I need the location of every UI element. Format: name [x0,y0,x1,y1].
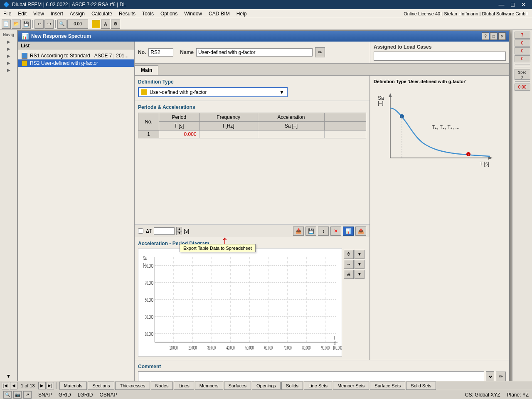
menu-results[interactable]: Results [116,10,139,17]
maximize-button[interactable]: □ [509,1,517,8]
table-save-button[interactable]: 💾 [305,227,316,236]
status-tab-surfaces[interactable]: Surfaces [224,382,251,390]
menu-calculate[interactable]: Calculate [88,10,116,17]
status-tab-line-sets[interactable]: Line Sets [304,382,332,390]
nav-chevron-2[interactable]: ▶ [6,46,11,52]
bottom-btn-3[interactable]: ↗ [23,391,32,399]
redo-button[interactable]: ↪ [44,20,54,29]
status-tab-solid-sets[interactable]: Solid Sets [406,382,436,390]
undo-button[interactable]: ↩ [34,20,44,29]
title-bar-controls[interactable]: — □ ✕ [496,1,529,8]
right-panel-nav4[interactable]: 0 [515,55,530,62]
tab-content: Definition Type User-defined with g-fact… [135,76,509,360]
coord-system: CS: Global XYZ [465,392,500,398]
status-tab-members[interactable]: Members [195,382,223,390]
nav-bottom-chevron[interactable]: ▼ [6,373,11,379]
menu-window[interactable]: Window [181,10,205,17]
dialog-maximize-button[interactable]: □ [490,32,498,40]
status-tab-lines[interactable]: Lines [174,382,194,390]
name-input[interactable] [196,48,313,57]
dialog-title-controls[interactable]: ? □ ✕ [482,32,506,40]
row1-accel[interactable] [258,131,324,138]
menu-cad-bim[interactable]: CAD-BIM [205,10,233,17]
delta-t-input[interactable] [154,227,175,235]
right-panel-val[interactable]: 0.00 [515,84,530,91]
status-tab-member-sets[interactable]: Member Sets [333,382,369,390]
menu-insert[interactable]: Insert [47,10,66,17]
menu-edit[interactable]: Edit [15,10,30,17]
save-button[interactable]: 💾 [22,20,31,29]
status-tab-thicknesses[interactable]: Thicknesses [115,382,150,390]
chart-resize-button[interactable]: ↔ [344,260,354,269]
dialog-close-button[interactable]: ✕ [498,32,506,40]
main-panel: No. Name ✏ Assigned to Load Cases [135,42,509,381]
no-input[interactable] [148,48,173,57]
status-tab-sections[interactable]: Sections [88,382,114,390]
color-selector[interactable] [92,20,100,28]
table-import-button[interactable]: 📥 [293,227,304,236]
menu-file[interactable]: File [0,10,15,17]
table-delete-row-button[interactable]: ✕ [330,227,341,236]
list-item-rs2[interactable]: RS2 User-defined with g-factor [18,59,134,67]
bottom-btn-1[interactable]: 🔍 [3,391,12,399]
menu-options[interactable]: Options [157,10,181,17]
chart-clock-button[interactable]: ⏱ [344,250,354,259]
lgrid-label[interactable]: LGRID [78,392,93,398]
assigned-input[interactable] [374,52,506,61]
nav-next-button[interactable]: ▶ [38,382,46,389]
delta-t-checkbox[interactable] [138,228,143,234]
menu-view[interactable]: View [30,10,47,17]
table-export-spreadsheet-button[interactable]: 📊 [343,227,354,236]
right-panel-spec[interactable]: Specy [515,69,530,80]
snap-label[interactable]: SNAP [38,392,52,398]
list-item-rs1[interactable]: RS1 According to Standard - ASCE 7 | 201… [18,52,134,59]
close-button[interactable]: ✕ [519,1,529,8]
row1-period[interactable]: 0.000 [159,131,200,138]
status-tab-materials[interactable]: Materials [59,382,87,390]
settings-button[interactable]: ⚙ [111,20,120,29]
comment-input[interactable] [138,371,484,381]
status-tab-solids[interactable]: Solids [281,382,303,390]
menu-tools[interactable]: Tools [139,10,157,17]
table-sort-button[interactable]: ↕ [318,227,329,236]
comment-dropdown[interactable]: ▼ [486,371,494,381]
nav-chevron-3[interactable]: ▶ [6,53,11,59]
new-button[interactable]: 📄 [2,20,11,29]
right-panel-nav3[interactable]: 0 [515,47,530,54]
bottom-btn-2[interactable]: 📷 [13,391,22,399]
menu-help[interactable]: Help [233,10,250,17]
grid-label[interactable]: GRID [59,392,71,398]
chart-expand-button[interactable]: ▼ [355,250,365,259]
minimize-button[interactable]: — [496,1,507,8]
status-tab-openings[interactable]: Openings [252,382,281,390]
def-type-dropdown[interactable]: User-defined with g-factor ▼ [138,87,288,97]
open-button[interactable]: 📂 [12,20,21,29]
table-export-button2[interactable]: 📤 [355,227,366,236]
chart-resize2-button[interactable]: ▼ [355,260,365,269]
chart-print-button[interactable]: 🖨 [344,270,354,279]
nav-chevron-5[interactable]: ▶ [6,67,11,73]
name-edit-button[interactable]: ✏ [315,47,325,57]
nav-last-button[interactable]: ▶| [47,382,54,389]
delta-t-down[interactable]: ▼ [176,231,182,235]
menu-assign[interactable]: Assign [66,10,88,17]
delta-t-spinner[interactable]: ▲ ▼ [176,227,182,235]
right-diagram-panel: Definition Type 'User-defined with g-fac… [370,76,509,360]
nav-first-button[interactable]: |◀ [2,382,9,389]
nav-prev-button[interactable]: ◀ [10,382,17,389]
osnap-label[interactable]: OSNAP [99,392,117,398]
status-tab-surface-sets[interactable]: Surface Sets [370,382,405,390]
tab-main[interactable]: Main [135,65,158,75]
status-tab-nodes[interactable]: Nodes [151,382,173,390]
nav-chevron-4[interactable]: ▶ [6,60,11,66]
nav-chevron-1[interactable]: ▶ [6,39,11,45]
comment-edit-button[interactable]: ✏ [496,372,506,381]
chart-print2-button[interactable]: ▼ [355,270,365,279]
dialog-help-button[interactable]: ? [482,32,489,40]
right-panel-nav2[interactable]: 0 [515,39,530,47]
row1-freq[interactable] [199,131,258,138]
text-button[interactable]: A [101,20,110,29]
right-panel-nav[interactable]: 7 [515,32,530,39]
zoom-in-button[interactable]: 🔍 [57,20,66,29]
delta-t-up[interactable]: ▲ [176,227,182,231]
